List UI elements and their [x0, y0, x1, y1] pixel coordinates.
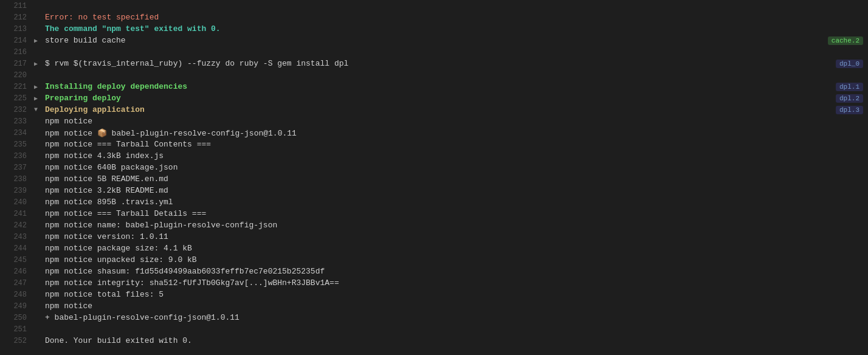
line-number: 243: [2, 233, 27, 241]
log-line: 216: [0, 46, 868, 58]
line-content: npm notice 4.3kB index.js: [45, 151, 866, 160]
line-content: npm notice integrity: sha512-fUfJTb0Gkg7…: [45, 278, 866, 288]
log-line: 212Error: no test specified: [0, 12, 868, 23]
log-line: 248npm notice total files: 5: [0, 289, 868, 300]
line-number: 252: [2, 337, 27, 345]
log-line: 233npm notice: [0, 115, 868, 127]
line-number: 225: [2, 94, 27, 103]
line-content: Preparing deploy: [45, 94, 866, 103]
line-badge[interactable]: dpl.2: [836, 94, 863, 103]
line-number: 214: [2, 36, 27, 45]
line-content: $ rvm $(travis_internal_ruby) --fuzzy do…: [45, 59, 866, 68]
line-number: 232: [2, 106, 27, 114]
log-line: 245npm notice unpacked size: 9.0 kB: [0, 254, 868, 266]
line-number: 221: [2, 83, 27, 91]
line-number: 244: [2, 244, 27, 253]
line-arrow[interactable]: ▶: [34, 95, 43, 102]
line-content: npm notice package size: 4.1 kB: [45, 244, 866, 253]
line-content: Error: no test specified: [45, 13, 866, 22]
line-number: 217: [2, 60, 27, 68]
line-number: 245: [2, 256, 27, 264]
log-line: 211: [0, 0, 868, 12]
line-number: 251: [2, 325, 27, 334]
log-line: 232▼Deploying applicationdpl.3: [0, 104, 868, 115]
line-number: 248: [2, 291, 27, 299]
line-number: 246: [2, 267, 27, 276]
log-line: 240npm notice 895B .travis.yml: [0, 196, 868, 208]
line-content: npm notice === Tarball Details ===: [45, 209, 866, 218]
line-content: npm notice: [45, 117, 866, 126]
line-content: npm notice: [45, 302, 866, 311]
log-line: 217▶$ rvm $(travis_internal_ruby) --fuzz…: [0, 58, 868, 69]
line-content: npm notice 5B README.en.md: [45, 174, 866, 184]
line-content: The command "npm test" exited with 0.: [45, 24, 866, 33]
log-line: 243npm notice version: 1.0.11: [0, 231, 868, 243]
line-content: npm notice 📦 babel-plugin-resolve-config…: [45, 128, 866, 138]
log-line: 214▶store build cachecache.2: [0, 35, 868, 46]
log-line: 235npm notice === Tarball Contents ===: [0, 139, 868, 150]
log-line: 250+ babel-plugin-resolve-config-json@1.…: [0, 312, 868, 323]
log-line: 251: [0, 323, 868, 335]
log-line: 252Done. Your build exited with 0.: [0, 335, 868, 346]
log-line: 221▶Installing deploy dependenciesdpl.1: [0, 81, 868, 92]
log-line: 247npm notice integrity: sha512-fUfJTb0G…: [0, 277, 868, 289]
line-number: 212: [2, 13, 27, 22]
line-content: + babel-plugin-resolve-config-json@1.0.1…: [45, 313, 866, 322]
line-number: 249: [2, 302, 27, 311]
line-badge[interactable]: dpl.3: [836, 106, 863, 114]
line-number: 247: [2, 279, 27, 288]
log-line: 239npm notice 3.2kB README.md: [0, 185, 868, 196]
line-number: 233: [2, 117, 27, 126]
line-number: 213: [2, 25, 27, 33]
line-number: 235: [2, 140, 27, 149]
log-line: 236npm notice 4.3kB index.js: [0, 150, 868, 162]
log-container: 211212Error: no test specified213The com…: [0, 0, 868, 355]
line-content: Done. Your build exited with 0.: [45, 336, 866, 345]
line-content: Deploying application: [45, 105, 866, 114]
log-line: 244npm notice package size: 4.1 kB: [0, 243, 868, 254]
line-number: 238: [2, 175, 27, 184]
line-number: 240: [2, 198, 27, 207]
log-line: 249npm notice: [0, 300, 868, 312]
log-line: 213The command "npm test" exited with 0.: [0, 23, 868, 35]
line-content: npm notice 3.2kB README.md: [45, 186, 866, 195]
line-content: Installing deploy dependencies: [45, 82, 866, 91]
log-line: 238npm notice 5B README.en.md: [0, 173, 868, 185]
line-number: 234: [2, 129, 27, 137]
line-content: npm notice shasum: f1d55d49499aab6033fef…: [45, 267, 866, 276]
log-line: 241npm notice === Tarball Details ===: [0, 208, 868, 219]
line-number: 236: [2, 152, 27, 160]
line-badge[interactable]: cache.2: [828, 36, 863, 45]
line-content: npm notice === Tarball Contents ===: [45, 140, 866, 149]
log-line: 220: [0, 69, 868, 81]
line-number: 211: [2, 2, 27, 10]
line-number: 239: [2, 187, 27, 195]
line-content: npm notice 640B package.json: [45, 163, 866, 172]
line-content: npm notice name: babel-plugin-resolve-co…: [45, 221, 866, 230]
line-number: 220: [2, 71, 27, 80]
line-number: 216: [2, 48, 27, 57]
line-number: 250: [2, 314, 27, 322]
line-arrow[interactable]: ▶: [34, 37, 43, 44]
line-number: 241: [2, 210, 27, 218]
line-badge[interactable]: dpl_0: [836, 60, 863, 68]
line-badge[interactable]: dpl.1: [836, 83, 863, 91]
log-line: 246npm notice shasum: f1d55d49499aab6033…: [0, 266, 868, 277]
line-content: npm notice unpacked size: 9.0 kB: [45, 255, 866, 264]
line-content: npm notice total files: 5: [45, 290, 866, 299]
line-arrow[interactable]: ▶: [34, 83, 43, 91]
line-content: store build cache: [45, 36, 866, 45]
line-content: npm notice version: 1.0.11: [45, 232, 866, 241]
line-arrow[interactable]: ▼: [34, 106, 43, 113]
line-content: npm notice 895B .travis.yml: [45, 198, 866, 207]
log-line: 242npm notice name: babel-plugin-resolve…: [0, 219, 868, 231]
line-number: 237: [2, 164, 27, 172]
line-arrow[interactable]: ▶: [34, 60, 43, 67]
log-line: 225▶Preparing deploydpl.2: [0, 92, 868, 104]
line-number: 242: [2, 221, 27, 230]
log-line: 237npm notice 640B package.json: [0, 162, 868, 173]
log-line: 234npm notice 📦 babel-plugin-resolve-con…: [0, 127, 868, 139]
